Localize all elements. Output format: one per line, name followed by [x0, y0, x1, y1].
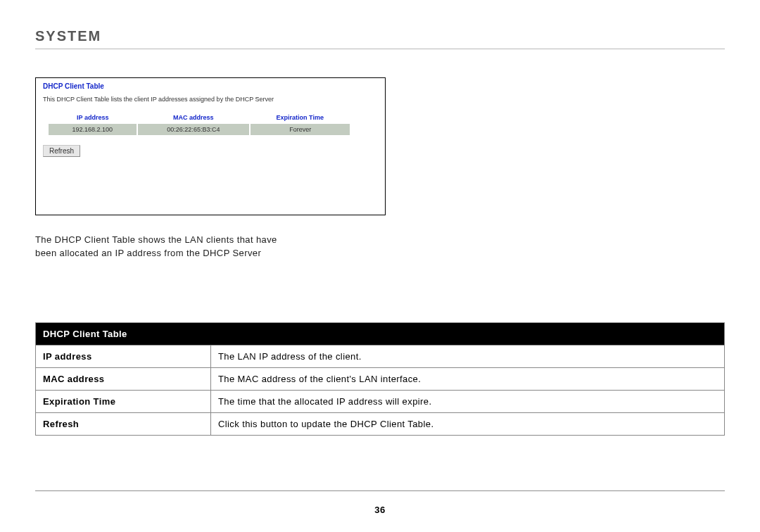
- spec-name: MAC address: [36, 367, 211, 390]
- col-ip-address: IP address: [49, 113, 137, 124]
- dhcp-client-table: IP address MAC address Expiration Time 1…: [49, 113, 350, 135]
- cell-exp: Forever: [250, 124, 350, 135]
- spec-desc: The MAC address of the client's LAN inte…: [211, 367, 725, 390]
- screenshot-caption: The DHCP Client Table shows the LAN clie…: [35, 234, 373, 260]
- spec-desc: Click this button to update the DHCP Cli…: [211, 412, 725, 435]
- spec-name: IP address: [36, 345, 211, 367]
- col-mac-address: MAC address: [137, 113, 251, 124]
- title-rule: [35, 49, 725, 49]
- dhcp-screenshot: DHCP Client Table This DHCP Client Table…: [35, 77, 386, 215]
- page-title: SYSTEM: [35, 28, 725, 44]
- table-header-row: IP address MAC address Expiration Time: [49, 113, 350, 124]
- table-row: 192.168.2.100 00:26:22:65:B3:C4 Forever: [49, 124, 350, 135]
- spec-row: MAC address The MAC address of the clien…: [36, 367, 725, 390]
- spec-row: Refresh Click this button to update the …: [36, 412, 725, 435]
- cell-mac: 00:26:22:65:B3:C4: [137, 124, 251, 135]
- spec-row: Expiration Time The time that the alloca…: [36, 390, 725, 412]
- spec-name: Refresh: [36, 412, 211, 435]
- spec-table-header: DHCP Client Table: [36, 322, 725, 345]
- spec-row: IP address The LAN IP address of the cli…: [36, 345, 725, 367]
- spec-table: DHCP Client Table IP address The LAN IP …: [35, 322, 725, 436]
- col-expiration-time: Expiration Time: [250, 113, 350, 124]
- caption-line-1: The DHCP Client Table shows the LAN clie…: [35, 234, 277, 245]
- screenshot-description: This DHCP Client Table lists the client …: [43, 96, 378, 103]
- page-number: 36: [0, 505, 760, 515]
- cell-ip: 192.168.2.100: [49, 124, 137, 135]
- spec-name: Expiration Time: [36, 390, 211, 412]
- spec-desc: The LAN IP address of the client.: [211, 345, 725, 367]
- footer-rule: [35, 490, 725, 491]
- screenshot-title: DHCP Client Table: [43, 82, 378, 90]
- refresh-button[interactable]: Refresh: [43, 145, 80, 157]
- spec-desc: The time that the allocated IP address w…: [211, 390, 725, 412]
- caption-line-2: been allocated an IP address from the DH…: [35, 248, 261, 258]
